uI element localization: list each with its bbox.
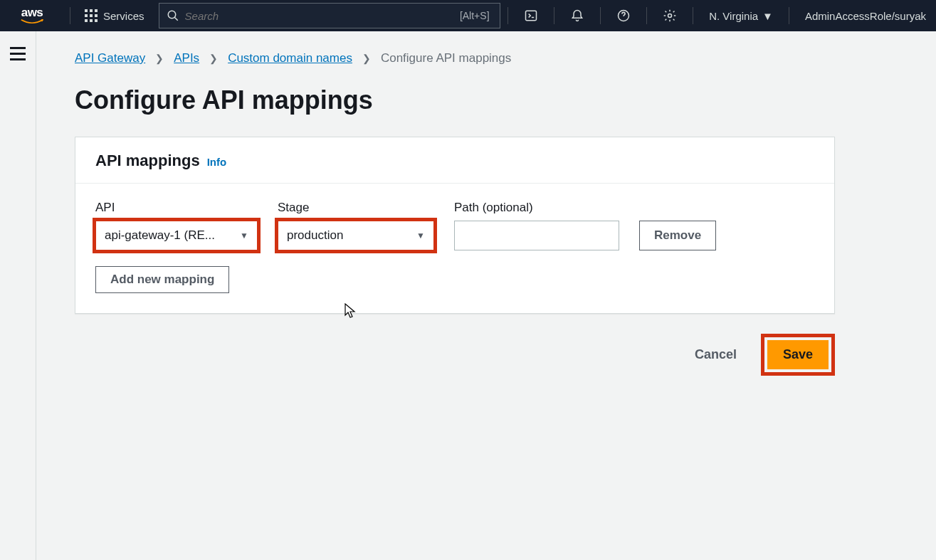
help-icon [616,9,631,23]
search-hint: [Alt+S] [460,10,490,21]
stage-select-value: production [287,228,343,243]
nav-separator [554,7,554,24]
svg-point-4 [668,14,672,18]
nav-separator [646,7,647,24]
chevron-down-icon: ▼ [240,231,248,241]
save-button[interactable]: Save [767,340,829,369]
api-mappings-panel: API mappings Info API api-gateway-1 (RE.… [75,137,835,314]
nav-separator [508,7,508,24]
api-label: API [95,201,258,215]
save-highlight: Save [761,334,835,376]
nav-separator [70,7,70,24]
breadcrumb-link-apis[interactable]: APIs [174,51,199,65]
aws-smile-icon [19,19,46,25]
cloudshell-button[interactable] [514,0,548,31]
page-title: Configure API mappings [75,85,936,115]
footer-actions: Cancel Save [75,334,835,376]
breadcrumb: API Gateway ❯ APIs ❯ Custom domain names… [75,51,936,65]
search-box[interactable]: [Alt+S] [159,3,500,28]
breadcrumb-current: Configure API mappings [381,51,511,65]
breadcrumb-link-api-gateway[interactable]: API Gateway [75,51,145,65]
mapping-row: API api-gateway-1 (RE... ▼ Stage product… [95,201,814,250]
panel-header: API mappings Info [75,137,834,184]
cloudshell-icon [524,9,538,23]
info-link[interactable]: Info [207,156,227,168]
services-button[interactable]: Services [76,0,153,31]
path-label: Path (optional) [454,201,619,215]
help-button[interactable] [606,0,641,31]
aws-logo[interactable]: aws [14,6,50,25]
top-nav: aws Services [Alt+S] N. Virginia ▼ [0,0,936,31]
chevron-down-icon: ▼ [416,231,425,241]
stage-label: Stage [278,201,434,215]
stage-field: Stage production ▼ [278,201,434,250]
cancel-button[interactable]: Cancel [683,340,748,369]
path-input[interactable] [463,228,610,243]
notifications-button[interactable] [560,0,594,31]
api-field: API api-gateway-1 (RE... ▼ [95,201,258,250]
hamburger-menu-button[interactable] [7,43,28,64]
services-grid-icon [85,9,98,22]
path-input-wrap[interactable] [454,221,619,250]
search-input[interactable] [185,10,460,22]
chevron-right-icon: ❯ [155,53,164,64]
stage-select[interactable]: production ▼ [278,221,434,250]
panel-body: API api-gateway-1 (RE... ▼ Stage product… [75,184,834,313]
region-label: N. Virginia [709,10,758,22]
path-field: Path (optional) [454,201,619,250]
gear-icon [663,9,677,23]
main-content: API Gateway ❯ APIs ❯ Custom domain names… [36,31,936,560]
add-new-mapping-button[interactable]: Add new mapping [95,266,229,293]
services-label: Services [103,10,144,22]
remove-button[interactable]: Remove [639,221,716,250]
settings-button[interactable] [653,0,687,31]
aws-logo-text: aws [21,6,43,19]
api-select-value: api-gateway-1 (RE... [105,228,215,243]
region-selector[interactable]: N. Virginia ▼ [699,10,783,22]
bell-icon [570,9,584,23]
search-icon [167,9,179,22]
nav-separator [600,7,601,24]
chevron-right-icon: ❯ [209,53,218,64]
api-select[interactable]: api-gateway-1 (RE... ▼ [95,221,258,250]
nav-separator [789,7,789,24]
user-menu[interactable]: AdminAccessRole/suryak [795,10,936,22]
panel-title: API mappings [95,152,200,170]
breadcrumb-link-custom-domain[interactable]: Custom domain names [228,51,352,65]
nav-separator [693,7,693,24]
chevron-down-icon: ▼ [762,10,773,22]
svg-point-0 [168,11,176,19]
chevron-right-icon: ❯ [362,53,371,64]
svg-line-1 [174,17,178,21]
